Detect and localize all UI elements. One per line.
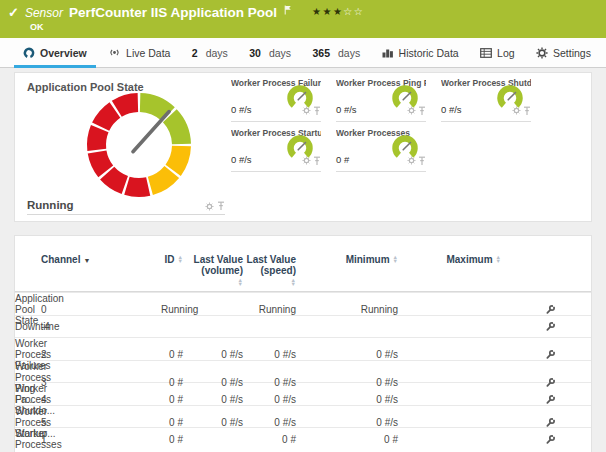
last-value-speed: Running <box>243 304 296 315</box>
column-header-channel[interactable]: Channel▼ <box>41 254 161 265</box>
minimum-value: 0 #/s <box>296 377 398 388</box>
last-value-speed: 0 #/s <box>243 377 296 388</box>
last-value-speed: 0 # <box>243 434 296 445</box>
table-row: Application Pool State 0 Running Running… <box>15 292 591 315</box>
tab-overview[interactable]: Overview <box>14 38 96 67</box>
channel-settings-gear-icon[interactable] <box>407 156 416 166</box>
column-header-last-value-speed[interactable]: Last Value (speed)▲▼ <box>243 254 296 285</box>
minimum-value: 0 #/s <box>296 349 398 360</box>
tile-value: 0 #/s <box>231 104 252 115</box>
edit-channel-wrench-icon[interactable] <box>545 434 556 445</box>
table-row: Worker Processes 1 0 # 0 # 0 # <box>15 427 591 450</box>
channel-id: 0 # <box>161 394 183 405</box>
tab-label: days <box>269 47 291 59</box>
channel-name: 5 <box>41 417 161 428</box>
pin-gauge-icon[interactable] <box>217 201 225 211</box>
tab-log[interactable]: Log <box>471 38 524 67</box>
channel-settings-gear-icon[interactable] <box>407 106 416 116</box>
tile-value: 0 #/s <box>231 154 252 165</box>
edit-channel-wrench-icon[interactable] <box>545 349 556 360</box>
page-title: PerfCounter IIS Application Pool <box>69 5 277 20</box>
sort-icon: ▲▼ <box>496 255 501 263</box>
channel-id: 0 # <box>161 349 183 360</box>
channel-id: Running <box>161 304 183 315</box>
column-header-last-value-volume[interactable]: Last Value (volume)▲▼ <box>183 254 243 285</box>
edit-channel-wrench-icon[interactable] <box>545 304 556 315</box>
channel-id: 0 # <box>161 434 183 445</box>
last-value-speed: 0 #/s <box>243 394 296 405</box>
log-table-icon <box>480 48 492 58</box>
gauge-tile-worker-process-ping-failures: Worker Process Ping Failures 0 #/s <box>336 75 426 122</box>
tab-settings[interactable]: Settings <box>527 38 600 67</box>
edit-channel-wrench-icon[interactable] <box>545 321 556 332</box>
channel-settings-gear-icon[interactable] <box>205 202 214 211</box>
overview-icon <box>23 47 35 59</box>
channel-table-body: Application Pool State 0 Running Running… <box>15 292 591 450</box>
table-row: Worker Process Ping Fa... 3 0 # 0 #/s 0 … <box>15 360 591 383</box>
sort-icon: ▲▼ <box>178 255 183 263</box>
last-value-volume: 0 #/s <box>183 394 243 405</box>
gauge-tile-worker-process-startup-failures: Worker Process Startup Failu... 0 #/s <box>231 125 321 172</box>
pin-gauge-icon[interactable] <box>313 106 321 116</box>
pin-gauge-icon[interactable] <box>523 106 531 116</box>
tab-365-days[interactable]: 365 days <box>303 38 369 67</box>
minimum-value: 0 #/s <box>296 394 398 405</box>
channel-name: 2 <box>41 349 161 360</box>
tile-value: 0 # <box>336 154 349 165</box>
gauge-tile-worker-process-failures: Worker Process Failures 0 #/s <box>231 75 321 122</box>
live-data-icon <box>108 47 121 58</box>
status-badge: OK <box>30 22 44 32</box>
table-row: Worker Process Failures 2 0 # 0 #/s 0 #/… <box>15 337 591 360</box>
edit-channel-wrench-icon[interactable] <box>545 377 556 388</box>
channel-id: 0 # <box>161 377 183 388</box>
last-value-speed: 0 #/s <box>243 417 296 428</box>
column-header-id[interactable]: ID▲▼ <box>161 254 183 265</box>
gauge-tile-worker-process-shutdown-failures: Worker Process Shutdown Fa... 0 #/s <box>441 75 531 122</box>
edit-channel-wrench-icon[interactable] <box>545 394 556 405</box>
tab-label: Overview <box>40 47 87 59</box>
priority-stars[interactable]: ★★★☆☆ <box>312 6 364 17</box>
tab-bar: Overview Live Data 2 days 30 days 365 da… <box>0 38 606 68</box>
gear-icon <box>536 47 548 59</box>
channel-name: -4 <box>41 321 161 332</box>
main-gauge-value: Running <box>27 199 74 211</box>
column-header-maximum[interactable]: Maximum▲▼ <box>398 254 501 265</box>
tab-label: Settings <box>553 47 591 59</box>
channel-table-header: Channel▼ ID▲▼ Last Value (volume)▲▼ Last… <box>15 236 591 292</box>
tile-value: 0 #/s <box>336 104 357 115</box>
tab-2-days[interactable]: 2 days <box>183 38 237 67</box>
channel-gauge-tiles: Worker Process Failures 0 #/s Worker Pro… <box>231 75 531 172</box>
pin-gauge-icon[interactable] <box>418 156 426 166</box>
last-value-volume: 0 #/s <box>183 349 243 360</box>
edit-channel-wrench-icon[interactable] <box>545 417 556 428</box>
pin-gauge-icon[interactable] <box>418 106 426 116</box>
table-row: Downtime -4 <box>15 315 591 338</box>
last-value-volume: 0 #/s <box>183 417 243 428</box>
channel-settings-gear-icon[interactable] <box>302 106 311 116</box>
gauge-tile-worker-processes: Worker Processes 0 # <box>336 125 426 172</box>
gauges-panel: Application Pool State Running Worker Pr… <box>14 72 592 222</box>
minimum-value: 0 #/s <box>296 417 398 428</box>
sensor-overview-page: ✓ Sensor PerfCounter IIS Application Poo… <box>0 0 606 452</box>
sensor-type-label: Sensor <box>25 6 63 20</box>
sort-icon: ▲▼ <box>393 255 398 263</box>
tab-historic-data[interactable]: Historic Data <box>373 38 468 67</box>
tab-label: days <box>338 47 360 59</box>
channel-name: 1 <box>41 434 161 445</box>
channel-table-panel: Channel▼ ID▲▼ Last Value (volume)▲▼ Last… <box>14 235 592 452</box>
last-value-speed: 0 #/s <box>243 349 296 360</box>
column-header-minimum[interactable]: Minimum▲▼ <box>296 254 398 265</box>
application-pool-state-gauge <box>79 85 199 205</box>
table-row: Worker Process Startup... 5 0 # 0 #/s 0 … <box>15 405 591 428</box>
tile-value: 0 #/s <box>441 104 462 115</box>
channel-name: 0 <box>41 304 161 315</box>
channel-name: 3 <box>41 377 161 388</box>
flag-icon <box>284 5 292 15</box>
channel-settings-gear-icon[interactable] <box>512 106 521 116</box>
channel-settings-gear-icon[interactable] <box>302 156 311 166</box>
tab-live-data[interactable]: Live Data <box>99 38 179 67</box>
tab-30-days[interactable]: 30 days <box>240 38 300 67</box>
sensor-header: ✓ Sensor PerfCounter IIS Application Poo… <box>0 0 606 38</box>
pin-gauge-icon[interactable] <box>313 156 321 166</box>
tab-label: Log <box>497 47 515 59</box>
